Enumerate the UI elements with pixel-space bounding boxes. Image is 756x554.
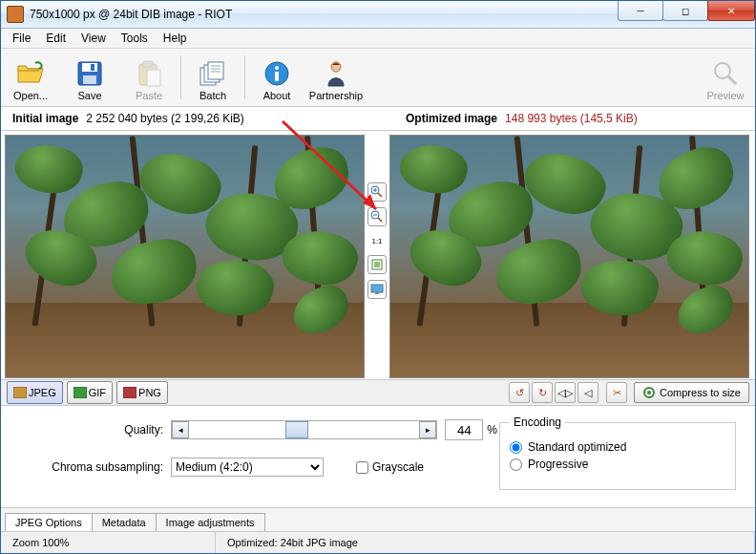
open-button[interactable]: Open... [1,50,60,105]
save-floppy-icon [74,59,105,88]
quality-slider[interactable]: ◂ ▸ [171,420,437,439]
preview-magnifier-icon [710,59,741,88]
chroma-label: Chroma subsampling: [10,460,171,474]
open-label: Open... [13,90,48,101]
paste-button: Paste [119,50,178,105]
zoom-out-button[interactable] [368,207,387,226]
rotate-ccw-button[interactable]: ↺ [509,382,530,403]
svg-rect-9 [208,62,223,79]
svg-rect-2 [83,75,96,84]
quality-slider-thumb[interactable] [285,421,308,438]
save-button[interactable]: Save [60,50,119,105]
svg-rect-27 [374,262,380,267]
crop-button[interactable]: ✂ [606,382,627,403]
menu-view[interactable]: View [74,30,114,47]
about-button[interactable]: About [247,50,306,105]
svg-point-17 [715,63,730,78]
svg-rect-32 [13,387,27,398]
initial-image-label: Initial image [12,112,78,125]
progressive-radio[interactable]: Progressive [510,458,725,471]
svg-rect-5 [143,61,153,67]
open-folder-icon [15,59,46,88]
tab-jpeg-options[interactable]: JPEG Options [5,513,93,531]
svg-line-20 [378,193,382,197]
svg-point-36 [647,391,651,394]
initial-image-pane[interactable] [5,135,365,378]
quality-decrease-button[interactable]: ◂ [172,421,189,438]
svg-rect-28 [371,285,383,292]
close-button[interactable]: ✕ [707,1,755,21]
batch-button[interactable]: Batch [183,50,242,105]
menubar: File Edit View Tools Help [1,29,755,49]
optimized-image-pane[interactable] [389,135,749,378]
initial-photo [6,136,364,377]
about-label: About [263,90,291,101]
svg-rect-6 [147,70,160,86]
partnership-button[interactable]: Partnership [306,50,366,105]
partnership-label: Partnership [309,90,363,101]
encoding-fieldset: Encoding Standard optimized Progressive [499,416,736,490]
app-window: 750x1000 px @ 24bit DIB image - RIOT ─ ◻… [0,0,756,554]
menu-help[interactable]: Help [156,30,195,47]
minimize-button[interactable]: ─ [618,1,663,21]
window-buttons: ─ ◻ ✕ [619,1,755,21]
initial-image-bytes: 2 252 040 bytes (2 199,26 KiB) [86,112,243,125]
info-row: Initial image 2 252 040 bytes (2 199,26 … [1,107,755,131]
batch-documents-icon [198,59,228,88]
compress-to-size-button[interactable]: Compress to size [634,382,749,403]
svg-rect-1 [82,63,97,72]
gear-icon [642,386,656,399]
grayscale-checkbox[interactable]: Grayscale [356,460,424,474]
svg-rect-34 [123,387,136,398]
zoom-screen-button[interactable] [368,280,387,299]
standard-optimized-radio[interactable]: Standard optimized [510,440,725,454]
zoom-fit-button[interactable] [368,255,387,274]
format-gif-button[interactable]: GIF [67,381,113,404]
zoom-in-button[interactable] [368,182,387,202]
batch-label: Batch [200,90,226,101]
svg-rect-29 [375,292,379,294]
quality-increase-button[interactable]: ▸ [419,421,436,438]
tab-metadata[interactable]: Metadata [92,513,157,531]
svg-rect-33 [74,387,87,398]
svg-line-18 [728,76,736,84]
image-compare-area: 1:1 [1,131,755,380]
paste-clipboard-icon [134,59,164,88]
zoom-actual-button[interactable]: 1:1 [368,232,386,249]
titlebar: 750x1000 px @ 24bit DIB image - RIOT ─ ◻… [1,1,755,29]
preview-label: Preview [706,90,744,101]
preview-button[interactable]: Preview [696,50,755,105]
menu-tools[interactable]: Tools [114,30,156,47]
percent-label: % [487,423,497,437]
quality-label: Quality: [10,423,171,437]
chroma-subsampling-select[interactable]: Medium (4:2:0) [171,458,324,477]
paste-label: Paste [136,90,162,101]
svg-rect-3 [91,64,94,71]
menu-file[interactable]: File [5,30,38,47]
format-bar: JPEG GIF PNG ↺ ↻ ◁▷ ◁ ✂ Compress to size [1,380,755,406]
app-icon [7,6,24,23]
status-optimized: Optimized: 24bit JPG image [216,532,755,553]
partnership-person-icon [321,59,351,88]
about-info-icon [262,59,292,88]
svg-rect-15 [275,72,279,81]
quality-value-input[interactable] [445,419,483,440]
svg-point-14 [275,66,279,70]
optimized-photo [390,136,748,377]
format-png-button[interactable]: PNG [116,381,168,404]
zoom-toolbar: 1:1 [365,131,389,379]
settings-panel: Quality: ◂ ▸ % Chroma subsampling: Mediu… [1,406,755,508]
optimized-image-label: Optimized image [406,112,497,125]
tab-image-adjustments[interactable]: Image adjustments [156,513,265,531]
menu-edit[interactable]: Edit [38,30,74,47]
flip-vertical-button[interactable]: ◁ [578,382,598,403]
rotate-cw-button[interactable]: ↻ [532,382,553,403]
maximize-button[interactable]: ◻ [662,1,708,21]
toolbar: Open... Save Paste Batch About [1,49,755,107]
status-zoom: Zoom 100% [1,532,216,553]
svg-line-24 [378,218,382,222]
flip-horizontal-button[interactable]: ◁▷ [555,382,576,403]
statusbar: Zoom 100% Optimized: 24bit JPG image [1,532,755,553]
toolbar-separator [180,55,181,99]
format-jpeg-button[interactable]: JPEG [7,381,63,404]
